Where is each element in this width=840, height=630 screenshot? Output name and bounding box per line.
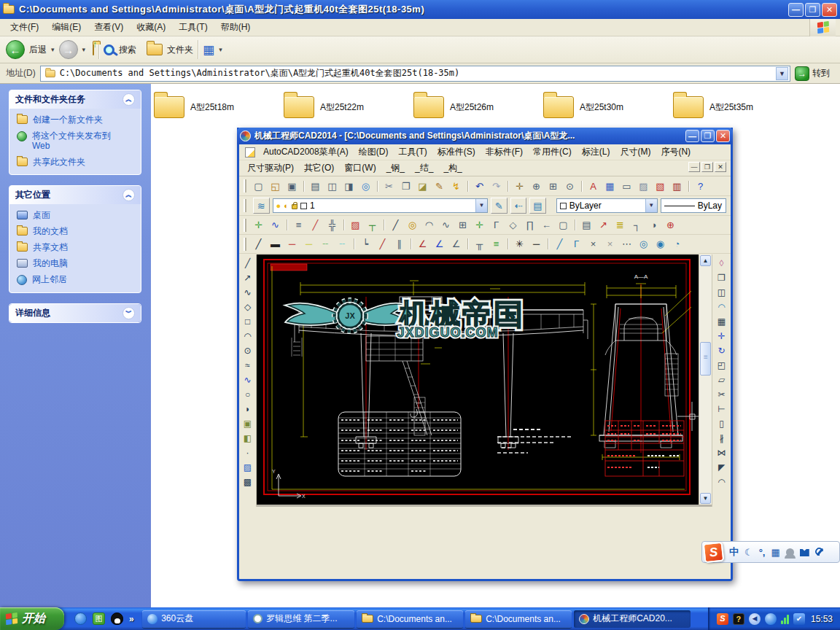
new-file-icon[interactable]: ▢ <box>250 179 267 194</box>
menu-favorites[interactable]: 收藏(A) <box>131 19 171 36</box>
line-icon[interactable]: ╱ <box>240 256 255 271</box>
layer-freeze-icon[interactable]: ◐ <box>284 201 289 210</box>
zoom-window-icon[interactable]: ⊞ <box>545 179 561 194</box>
zoom-extent-icon[interactable]: ⊕ <box>662 217 679 233</box>
cad-menu-gou[interactable]: _构_ <box>438 160 467 176</box>
arc-icon[interactable]: ◠ <box>240 329 255 343</box>
mdi-close-button[interactable]: ✕ <box>715 162 726 172</box>
angle-red-icon[interactable]: ∠ <box>414 236 431 252</box>
cad-menu-autocad2008[interactable]: AutoCAD2008菜单(A) <box>258 144 354 160</box>
sidebar-item-desktop[interactable]: 桌面 <box>17 210 136 220</box>
circle-icon[interactable]: ⊙ <box>240 343 255 358</box>
sidebar-item-new-folder[interactable]: 创建一个新文件夹 <box>17 114 136 125</box>
toolbar-grip[interactable] <box>244 179 246 192</box>
quicklaunch-qq-icon[interactable] <box>111 612 123 625</box>
red-leader-icon[interactable]: ↗ <box>595 217 612 233</box>
chevron-down-icon[interactable]: ︾ <box>122 307 135 319</box>
chamfer-icon[interactable]: ◤ <box>714 460 729 475</box>
chevron-up-icon[interactable]: ︽ <box>122 189 135 201</box>
scroll-up-icon[interactable]: ▲ <box>700 255 711 266</box>
save-icon[interactable]: ▣ <box>284 179 300 194</box>
toolbar-grip[interactable] <box>244 199 246 212</box>
cad-menu-steel[interactable]: _钢_ <box>381 160 410 176</box>
column-grid-icon[interactable]: ∏ <box>521 217 538 233</box>
fillet-icon[interactable]: ◠ <box>714 475 729 489</box>
point-icon[interactable]: · <box>240 446 255 460</box>
property-flash-icon[interactable]: ↯ <box>448 179 464 194</box>
menu-view[interactable]: 查看(V) <box>88 19 129 36</box>
folder-tile[interactable]: A型25t26m <box>413 90 543 125</box>
quicklaunch-cloud-icon[interactable] <box>74 612 87 625</box>
folders-button-label[interactable]: 文件夹 <box>167 44 193 56</box>
cad-menu-annotate[interactable]: 标注(L) <box>577 144 615 160</box>
trim-icon[interactable]: ✂ <box>714 387 729 402</box>
polyline-icon[interactable]: ∿ <box>240 285 255 300</box>
rotate-icon[interactable]: ↻ <box>714 343 729 358</box>
address-input[interactable]: C:\Documents and Settings\Administrator\… <box>60 67 772 79</box>
minimize-button[interactable]: — <box>788 3 804 17</box>
layer-previous-icon[interactable]: ⇠ <box>510 198 527 214</box>
move-icon[interactable]: ✛ <box>714 329 729 343</box>
revision-cloud-icon[interactable]: ≈ <box>240 358 255 373</box>
ellipse-icon[interactable]: ○ <box>240 387 255 402</box>
cad-restore-button[interactable]: ❐ <box>701 130 715 142</box>
up-folder-button[interactable]: ↑ <box>93 44 94 55</box>
linetype-combo[interactable]: ByLay <box>661 198 726 213</box>
quick-line-icon[interactable]: ╱ <box>387 217 404 233</box>
parallel-lines-icon[interactable]: ∥ <box>391 236 408 252</box>
polygon-tool-icon[interactable]: ◇ <box>505 217 521 233</box>
cad-menu-standard-parts[interactable]: 标准件(S) <box>432 144 481 160</box>
flower-icon[interactable]: ◉ <box>652 236 669 252</box>
hatch-edit-icon[interactable]: ▨ <box>347 217 364 233</box>
array-icon[interactable]: ▦ <box>714 314 729 329</box>
folder-tile[interactable]: A型25t30m <box>543 90 673 125</box>
sidebar-item-network[interactable]: 网上邻居 <box>17 274 136 285</box>
clock[interactable]: 15:53 <box>811 614 833 624</box>
mline-icon[interactable]: ≡ <box>290 217 307 233</box>
mdi-restore-button[interactable]: ❐ <box>701 162 713 172</box>
go-button[interactable]: → 转到 <box>795 66 834 81</box>
mirror-icon[interactable]: ◫ <box>714 285 729 300</box>
mdi-minimize-button[interactable]: — <box>688 162 700 172</box>
block-editor-icon[interactable]: ▭ <box>618 179 635 194</box>
cad-menu-tools[interactable]: 工具(T) <box>393 144 432 160</box>
folder-tile[interactable]: A型25t18m <box>154 90 284 125</box>
pie-icon[interactable]: ◔ <box>669 236 685 252</box>
slope-line-icon[interactable]: ╱ <box>374 236 391 252</box>
scroll-thumb[interactable] <box>700 342 711 376</box>
views-icon[interactable]: ▦ <box>203 44 214 56</box>
quicklaunch-app-icon[interactable]: 图 <box>93 612 105 625</box>
tray-network-signal-icon[interactable] <box>781 614 789 624</box>
leader-arrow-icon[interactable]: ← <box>538 217 555 233</box>
cross-x-icon[interactable]: × <box>585 236 602 252</box>
pline-edit-icon[interactable]: ∿ <box>267 217 284 233</box>
tray-sogou-icon[interactable]: S <box>717 613 728 625</box>
layer-combo[interactable]: ● ◐ 1 ▼ <box>273 198 488 213</box>
taskbar-task-luojisiwei[interactable]: 罗辑思维 第二季... <box>248 610 354 628</box>
sogou-logo-icon[interactable]: S <box>703 541 725 563</box>
search-icon[interactable] <box>104 44 114 55</box>
calculator-icon[interactable]: ▥ <box>669 179 685 194</box>
star-point-icon[interactable]: ✳ <box>511 236 528 252</box>
stretch-icon[interactable]: ▱ <box>714 373 729 387</box>
zoom-previous-icon[interactable]: ⊙ <box>561 179 578 194</box>
tray-question-icon[interactable]: ? <box>733 613 744 625</box>
views-dropdown-icon[interactable]: ▾ <box>219 46 222 53</box>
corner-trim-icon[interactable]: ┐ <box>629 217 645 233</box>
polygon-icon[interactable]: ◇ <box>240 300 255 314</box>
chevron-up-icon[interactable]: ︽ <box>122 93 135 106</box>
step-line-icon[interactable]: ┕ <box>357 236 374 252</box>
folder-tile[interactable]: A型25t35m <box>673 90 803 125</box>
cad-menu-serial[interactable]: 序号(N) <box>656 144 696 160</box>
boundary-icon[interactable]: ▢ <box>555 217 572 233</box>
block-insert-icon[interactable]: ⊞ <box>454 217 471 233</box>
cad-drawing-canvas[interactable]: A—A Y X <box>257 254 699 505</box>
layer-lock-icon[interactable] <box>292 204 298 209</box>
pin-line-icon[interactable]: Γ <box>568 236 585 252</box>
cad-menu-common-parts[interactable]: 常用件(C) <box>528 144 577 160</box>
stack-icon[interactable]: ≣ <box>612 217 629 233</box>
table-icon[interactable]: ▦ <box>602 179 618 194</box>
cad-menu-jie[interactable]: _结_ <box>410 160 438 176</box>
forward-dropdown-icon[interactable]: ▾ <box>82 46 86 53</box>
publish-icon[interactable]: ◨ <box>341 179 357 194</box>
